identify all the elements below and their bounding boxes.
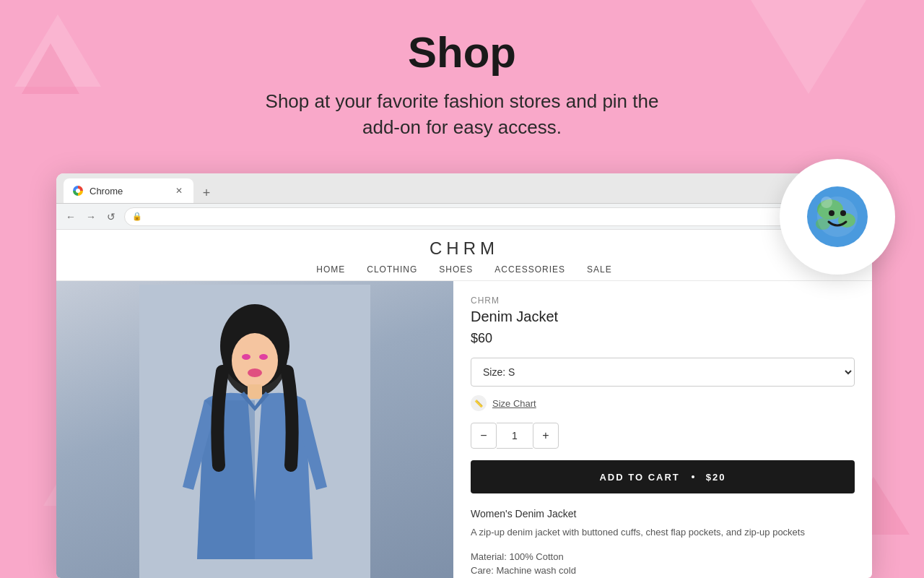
brand-name: CHRM [471, 296, 855, 306]
reload-icon: ↺ [107, 211, 116, 223]
add-to-cart-button[interactable]: ADD TO CART $20 [471, 460, 855, 493]
svg-point-5 [259, 354, 268, 360]
nav-item-sale[interactable]: SALE [587, 264, 612, 275]
bg-triangle-3 [751, 0, 866, 94]
product-image-inner [56, 281, 453, 578]
extension-globe-icon [805, 184, 870, 249]
tab-favicon [72, 185, 84, 197]
product-material: Material: 100% Cotton [471, 551, 855, 562]
browser-chrome: Chrome ✕ + ⋮ [56, 173, 872, 204]
tab-label: Chrome [90, 186, 123, 197]
forward-icon: → [86, 211, 96, 223]
browser-window: Chrome ✕ + ⋮ ← → ↺ 🔒 ⋮ CHRM HOME [56, 173, 872, 578]
site-nav: HOME CLOTHING SHOES ACCESSORIES SALE [71, 264, 858, 275]
btn-dot [692, 475, 694, 478]
nav-item-shoes[interactable]: SHOES [439, 264, 473, 275]
product-price: $60 [471, 331, 855, 346]
forward-button[interactable]: → [84, 210, 98, 224]
size-chart-icon: 📏 [471, 395, 487, 411]
extension-bubble[interactable] [780, 159, 895, 275]
chrome-favicon-icon [73, 186, 83, 196]
product-desc-title: Women's Denim Jacket [471, 508, 855, 519]
nav-item-clothing[interactable]: CLOTHING [367, 264, 417, 275]
back-button[interactable]: ← [64, 210, 78, 224]
back-icon: ← [66, 211, 76, 223]
nav-item-home[interactable]: HOME [316, 264, 345, 275]
quantity-decrease-button[interactable]: − [471, 423, 497, 449]
product-area: CHRM Denim Jacket $60 Size: S Size: M Si… [56, 281, 872, 578]
add-to-cart-label: ADD TO CART [599, 472, 679, 483]
lock-icon: 🔒 [132, 212, 142, 221]
svg-point-6 [248, 368, 262, 377]
new-tab-button[interactable]: + [196, 183, 217, 203]
nav-item-accessories[interactable]: ACCESSORIES [494, 264, 565, 275]
svg-point-4 [242, 354, 250, 360]
hero-subtitle-line2: add-on for easy access. [362, 116, 562, 138]
hero-subtitle: Shop at your favorite fashion stores and… [209, 88, 715, 141]
tab-bar: Chrome ✕ + [64, 173, 217, 203]
reload-button[interactable]: ↺ [104, 210, 118, 224]
address-bar-row: ← → ↺ 🔒 ⋮ [56, 204, 872, 230]
svg-rect-7 [248, 384, 262, 399]
product-image [56, 281, 453, 578]
product-care: Care: Machine wash cold [471, 565, 855, 576]
quantity-row: − + [471, 423, 855, 449]
svg-point-14 [840, 210, 846, 216]
product-details: CHRM Denim Jacket $60 Size: S Size: M Si… [453, 281, 872, 578]
size-chart-link[interactable]: Size Chart [492, 398, 536, 409]
product-model-svg [139, 285, 370, 578]
hero-subtitle-line1: Shop at your favorite fashion stores and… [266, 90, 659, 112]
bg-triangle-2 [22, 43, 79, 94]
svg-point-3 [232, 333, 278, 388]
address-bar[interactable]: 🔒 [124, 207, 840, 226]
svg-point-13 [829, 210, 834, 216]
tab-close-button[interactable]: ✕ [173, 185, 185, 197]
quantity-input[interactable] [497, 423, 533, 449]
cart-price-label: $20 [706, 472, 726, 483]
website-content: CHRM HOME CLOTHING SHOES ACCESSORIES SAL… [56, 230, 872, 578]
site-logo: CHRM [71, 238, 858, 259]
size-chart-row: 📏 Size Chart [471, 395, 855, 411]
svg-point-15 [821, 197, 832, 208]
product-desc-text: A zip-up denim jacket with buttoned cuff… [471, 525, 855, 540]
size-selector[interactable]: Size: S Size: M Size: L Size: XL [471, 358, 855, 387]
product-name: Denim Jacket [471, 309, 855, 325]
quantity-increase-button[interactable]: + [533, 423, 559, 449]
browser-tab[interactable]: Chrome ✕ [64, 178, 193, 203]
site-header: CHRM HOME CLOTHING SHOES ACCESSORIES SAL… [56, 230, 872, 281]
